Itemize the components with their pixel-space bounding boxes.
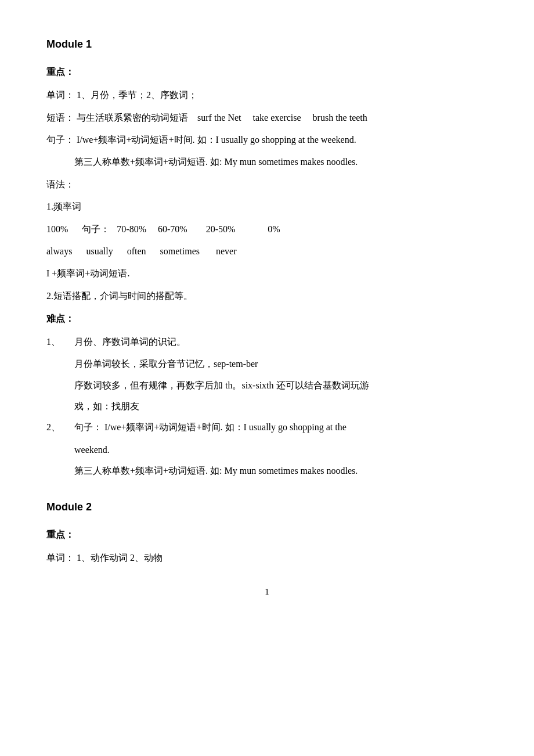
freq-100: 100%: [46, 224, 68, 234]
module2-words-content: 1、动作动词 2、动物: [77, 553, 163, 563]
grammar-label: 语法：: [46, 179, 74, 189]
page-number: 1: [46, 584, 488, 600]
freq-0: 0%: [237, 224, 280, 234]
module2-words-label: 单词：: [46, 553, 74, 563]
sentences-content: I/we+频率词+动词短语+时间. 如：I usually go shoppin…: [77, 135, 356, 145]
words-content: 1、月份，季节；2、序数词；: [77, 90, 197, 100]
nandian1-sub3-text: 戏，如：找朋友: [74, 401, 139, 411]
module1-nandian2-sub: 第三人称单数+频率词+动词短语. 如: My mun sometimes mak…: [46, 462, 488, 480]
module1-nandian1-sub1: 月份单词较长，采取分音节记忆，sep-tem-ber: [46, 355, 488, 373]
module2-zhongdian: 重点：: [46, 527, 488, 543]
freq-7080: 70-80%: [117, 224, 146, 234]
module1-phrases-line: 短语： 与生活联系紧密的动词短语 surf the Net take exerc…: [46, 109, 488, 127]
module1-nandian1: 1、 月份、序数词单词的识记。: [46, 333, 488, 351]
nandian1-content: 月份、序数词单词的识记。: [74, 333, 488, 351]
module1-nandian2: 2、 句子： I/we+频率词+动词短语+时间. 如：I usually go …: [46, 419, 488, 436]
nandian2-content: 句子： I/we+频率词+动词短语+时间. 如：I usually go sho…: [74, 419, 488, 436]
module2-words-line: 单词： 1、动作动词 2、动物: [46, 549, 488, 567]
module1-sentences-line2: 第三人称单数+频率词+动词短语. 如: My mun sometimes mak…: [46, 153, 488, 171]
module1-title: Module 1: [46, 35, 488, 53]
nandian2-content2-text: weekend.: [74, 445, 110, 455]
phrases-examples: surf the Net take exercise brush the tee…: [190, 113, 367, 123]
module1-freq-words: always usually often sometimes never: [46, 243, 488, 260]
nandian2-sub-text: 第三人称单数+频率词+动词短语. 如: My mun sometimes mak…: [74, 466, 358, 476]
module2-section: Module 2 重点： 单词： 1、动作动词 2、动物: [46, 498, 488, 567]
phrases-label: 短语：: [46, 113, 74, 123]
module1-nandian1-sub2: 序数词较多，但有规律，再数字后加 th。six-sixth 还可以结合基数词玩游: [46, 377, 488, 394]
module1-words-line: 单词： 1、月份，季节；2、序数词；: [46, 87, 488, 104]
nandian1-num: 1、: [46, 333, 74, 351]
module1-section: Module 1 重点： 单词： 1、月份，季节；2、序数词； 短语： 与生活联…: [46, 35, 488, 480]
nandian1-sub2-text: 序数词较多，但有规律，再数字后加 th。six-sixth 还可以结合基数词玩游: [74, 380, 369, 390]
module2-title: Module 2: [46, 498, 488, 516]
module1-phrase-match: 2.短语搭配，介词与时间的搭配等。: [46, 287, 488, 305]
nandian1-sub1-text: 月份单词较长，采取分音节记忆，sep-tem-ber: [74, 359, 258, 369]
module1-freq-formula: I +频率词+动词短语.: [46, 265, 488, 282]
module1-nandian: 难点：: [46, 311, 488, 327]
freq-always: always: [46, 246, 72, 256]
freq-often: often: [116, 246, 146, 256]
nandian2-num: 2、: [46, 419, 74, 436]
words-label: 单词：: [46, 90, 74, 100]
module1-nandian2-content2: weekend.: [46, 441, 488, 459]
freq-never: never: [202, 246, 237, 256]
module1-nandian1-sub3: 戏，如：找朋友: [46, 398, 488, 415]
sentences-content2: 第三人称单数+频率词+动词短语. 如: My mun sometimes mak…: [74, 157, 358, 167]
phrases-content: 与生活联系紧密的动词短语: [77, 113, 188, 123]
freq-sentence-label: 句子：: [70, 224, 114, 234]
sentences-label: 句子：: [46, 135, 74, 145]
module1-freq-percent: 100% 句子： 70-80% 60-70% 20-50% 0%: [46, 221, 488, 238]
freq-6070: 60-70%: [149, 224, 187, 234]
freq-sometimes: sometimes: [149, 246, 200, 256]
freq-usually: usually: [74, 246, 113, 256]
module1-sentences-line: 句子： I/we+频率词+动词短语+时间. 如：I usually go sho…: [46, 131, 488, 149]
module1-freq-title: 1.频率词: [46, 198, 488, 215]
module1-grammar-label: 语法：: [46, 176, 488, 193]
freq-2050: 20-50%: [190, 224, 236, 234]
module1-zhongdian: 重点：: [46, 64, 488, 81]
